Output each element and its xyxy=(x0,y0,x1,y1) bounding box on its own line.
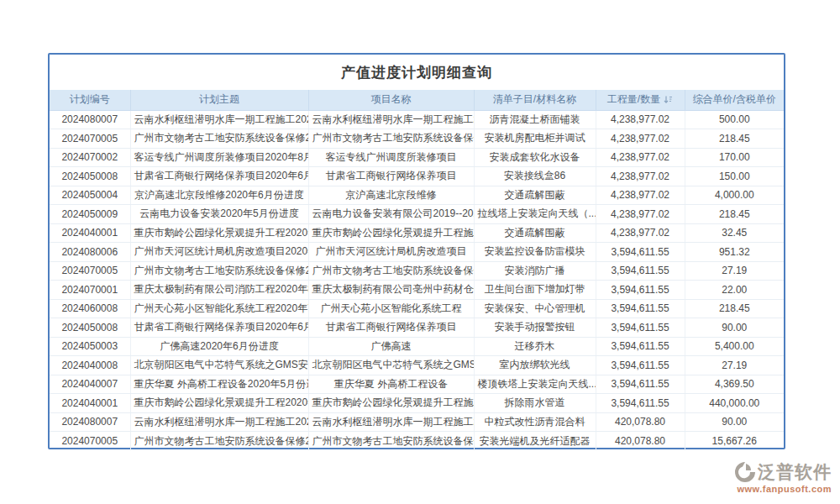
cell-quantity: 3,594,611.55 xyxy=(596,337,685,356)
cell-quantity: 4,238,977.02 xyxy=(596,223,685,243)
cell-plan-no[interactable]: 2024070005 xyxy=(50,432,130,451)
cell-quantity: 4,238,977.02 xyxy=(596,148,685,167)
table-row: 2024040007重庆华夏 外高桥工程设备2020年5月份进度重庆华夏 外高桥… xyxy=(50,375,784,394)
cell-plan-no[interactable]: 2024040001 xyxy=(50,394,130,413)
column-header-material: 清单子目/材料名称 xyxy=(474,90,596,110)
cell-subject[interactable]: 广州市文物考古工地安防系统设备保修2020 xyxy=(130,261,308,281)
column-header-quantity[interactable]: 工程量/数量 xyxy=(596,90,685,110)
cell-plan-no[interactable]: 2024080007 xyxy=(50,110,130,129)
cell-project[interactable]: 京沪高速北京段维修 xyxy=(308,186,474,205)
table-row: 2024040001重庆市鹅岭公园绿化景观提升工程2020年5重庆市鹅岭公园绿化… xyxy=(50,394,784,413)
cell-plan-no[interactable]: 2024050009 xyxy=(50,205,130,224)
cell-subject[interactable]: 甘肃省工商银行网络保养项目2020年6月份 xyxy=(130,167,308,186)
cell-plan-no[interactable]: 2024060008 xyxy=(50,299,130,318)
cell-subject[interactable]: 北京朝阳区电气中芯特气系统之GMS安装2 xyxy=(130,356,308,375)
cell-plan-no[interactable]: 2024080006 xyxy=(50,243,130,262)
cell-plan-no[interactable]: 2024050004 xyxy=(50,186,130,205)
sort-descending-icon[interactable] xyxy=(664,95,673,107)
cell-project[interactable]: 重庆市鹅岭公园绿化景观提升工程施工 xyxy=(308,394,474,413)
cell-plan-no[interactable]: 2024070005 xyxy=(50,261,130,281)
brand-name: 泛普软件 xyxy=(758,460,832,484)
cell-material: 交通疏解围蔽 xyxy=(474,186,596,205)
cell-subject[interactable]: 重庆太极制药有限公司消防工程2020年8月 xyxy=(130,281,308,300)
cell-quantity: 4,238,977.02 xyxy=(596,129,685,149)
cell-project[interactable]: 甘肃省工商银行网络保养项目 xyxy=(308,318,474,338)
cell-subject[interactable]: 广佛高速2020年6月份进度 xyxy=(130,337,308,356)
cell-project[interactable]: 重庆太极制药有限公司亳州中药材仓储物流基 xyxy=(308,281,474,300)
cell-plan-no[interactable]: 2024040007 xyxy=(50,375,130,394)
table-row: 2024080006广州市天河区统计局机房改造项目2020年9广州市天河区统计局… xyxy=(50,243,784,262)
table-body: 2024080007云南水利枢纽潜明水库一期工程施工2020年云南水利枢纽潜明水… xyxy=(50,110,784,450)
cell-material: 安装成套软化水设备 xyxy=(474,148,596,167)
cell-project[interactable]: 重庆市鹅岭公园绿化景观提升工程施工 xyxy=(308,223,474,243)
cell-project[interactable]: 广州市文物考古工地安防系统设备保修 xyxy=(308,432,474,451)
cell-price: 218.45 xyxy=(685,129,784,149)
cell-quantity: 3,594,611.55 xyxy=(596,318,685,338)
cell-plan-no[interactable]: 2024070001 xyxy=(50,281,130,300)
cell-subject[interactable]: 广州天心苑小区智能化系统工程2020年7月 xyxy=(130,299,308,318)
cell-price: 15,667.26 xyxy=(685,432,784,451)
cell-plan-no[interactable]: 2024050008 xyxy=(50,167,130,186)
cell-plan-no[interactable]: 2024040008 xyxy=(50,356,130,375)
cell-project[interactable]: 广州市天河区统计局机房改造项目 xyxy=(308,243,474,262)
cell-plan-no[interactable]: 2024040001 xyxy=(50,223,130,243)
table-row: 2024070001重庆太极制药有限公司消防工程2020年8月重庆太极制药有限公… xyxy=(50,281,784,300)
cell-quantity: 4,238,977.02 xyxy=(596,110,685,129)
cell-subject[interactable]: 广州市天河区统计局机房改造项目2020年9 xyxy=(130,243,308,262)
cell-material: 中粒式改性沥青混合料 xyxy=(474,412,596,432)
table-row: 2024080007云南水利枢纽潜明水库一期工程施工2020年云南水利枢纽潜明水… xyxy=(50,412,784,432)
cell-material: 安装保安、中心管理机 xyxy=(474,299,596,318)
cell-project[interactable]: 广州天心苑小区智能化系统工程 xyxy=(308,299,474,318)
cell-plan-no[interactable]: 2024070005 xyxy=(50,129,130,149)
table-header: 计划编号 计划主题 项目名称 清单子目/材料名称 工程量/数量 综合单价/含税单… xyxy=(50,90,784,110)
cell-material: 安装消防广播 xyxy=(474,261,596,281)
table-row: 2024070002客运专线广州调度所装修项目2020年8月份客运专线广州调度所… xyxy=(50,148,784,167)
cell-price: 170.00 xyxy=(685,148,784,167)
cell-plan-no[interactable]: 2024080007 xyxy=(50,412,130,432)
cell-project[interactable]: 客运专线广州调度所装修项目 xyxy=(308,148,474,167)
cell-project[interactable]: 甘肃省工商银行网络保养项目 xyxy=(308,167,474,186)
table-row: 2024040008北京朝阳区电气中芯特气系统之GMS安装2北京朝阳区电气中芯特… xyxy=(50,356,784,375)
cell-quantity: 3,594,611.55 xyxy=(596,281,685,300)
cell-subject[interactable]: 重庆华夏 外高桥工程设备2020年5月份进度 xyxy=(130,375,308,394)
brand-url[interactable]: www.fanpusoft.com xyxy=(706,484,832,494)
cell-project[interactable]: 云南水利枢纽潜明水库一期工程施工标 xyxy=(308,110,474,129)
cell-subject[interactable]: 重庆市鹅岭公园绿化景观提升工程2020年5 xyxy=(130,394,308,413)
cell-quantity: 420,078.80 xyxy=(596,432,685,451)
cell-price: 5,400.00 xyxy=(685,337,784,356)
cell-plan-no[interactable]: 2024070002 xyxy=(50,148,130,167)
cell-project[interactable]: 广佛高速 xyxy=(308,337,474,356)
cell-subject[interactable]: 云南电力设备安装2020年5月份进度 xyxy=(130,205,308,224)
title-bar: 产值进度计划明细查询 xyxy=(50,55,784,90)
cell-price: 951.32 xyxy=(685,243,784,262)
cell-quantity: 4,238,977.02 xyxy=(596,205,685,224)
cell-project[interactable]: 云南水利枢纽潜明水库一期工程施工标 xyxy=(308,412,474,432)
cell-subject[interactable]: 广州市文物考古工地安防系统设备保修2020 xyxy=(130,129,308,149)
cell-plan-no[interactable]: 2024050008 xyxy=(50,318,130,338)
column-header-price: 综合单价/含税单价 xyxy=(685,90,784,110)
cell-project[interactable]: 广州市文物考古工地安防系统设备保修 xyxy=(308,261,474,281)
cell-project[interactable]: 云南电力设备安装有限公司2019--2020年度 xyxy=(308,205,474,224)
column-header-project: 项目名称 xyxy=(308,90,474,110)
cell-project[interactable]: 北京朝阳区电气中芯特气系统之GMS安装 xyxy=(308,356,474,375)
cell-project[interactable]: 重庆华夏 外高桥工程设备 xyxy=(308,375,474,394)
cell-subject[interactable]: 甘肃省工商银行网络保养项目2020年6月份 xyxy=(130,318,308,338)
fanpu-logo-icon xyxy=(734,461,756,483)
cell-subject[interactable]: 京沪高速北京段维修2020年6月份进度 xyxy=(130,186,308,205)
cell-subject[interactable]: 云南水利枢纽潜明水库一期工程施工2020年 xyxy=(130,110,308,129)
cell-plan-no[interactable]: 2024050003 xyxy=(50,337,130,356)
table-row: 2024050009云南电力设备安装2020年5月份进度云南电力设备安装有限公司… xyxy=(50,205,784,224)
cell-subject[interactable]: 云南水利枢纽潜明水库一期工程施工2020年 xyxy=(130,412,308,432)
cell-project[interactable]: 广州市文物考古工地安防系统设备保修 xyxy=(308,129,474,149)
cell-price: 22.00 xyxy=(685,281,784,300)
cell-material: 拉线塔上安装定向天线（... xyxy=(474,205,596,224)
table-row: 2024070005广州市文物考古工地安防系统设备保修2020广州市文物考古工地… xyxy=(50,129,784,149)
cell-quantity: 3,594,611.55 xyxy=(596,261,685,281)
cell-subject[interactable]: 重庆市鹅岭公园绿化景观提升工程2020年5 xyxy=(130,223,308,243)
cell-price: 218.45 xyxy=(685,299,784,318)
table-row: 2024050004京沪高速北京段维修2020年6月份进度京沪高速北京段维修交通… xyxy=(50,186,784,205)
table-row: 2024050008甘肃省工商银行网络保养项目2020年6月份甘肃省工商银行网络… xyxy=(50,318,784,338)
cell-subject[interactable]: 广州市文物考古工地安防系统设备保修2020 xyxy=(130,432,308,451)
cell-subject[interactable]: 客运专线广州调度所装修项目2020年8月份 xyxy=(130,148,308,167)
cell-price: 150.00 xyxy=(685,167,784,186)
